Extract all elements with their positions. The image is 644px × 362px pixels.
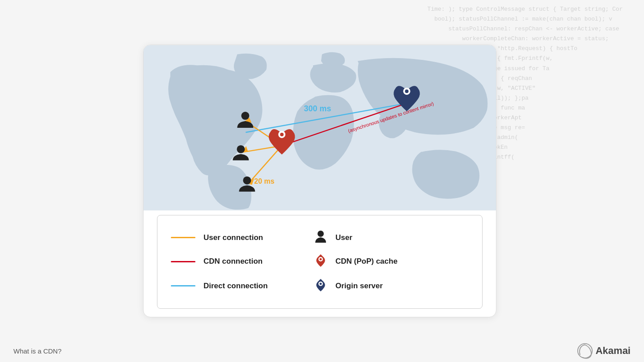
latency-cdn-label: 20 ms	[254, 177, 274, 185]
svg-point-13	[243, 177, 251, 185]
akamai-logo-icon	[577, 343, 593, 359]
akamai-logo-text: Akamai	[596, 345, 631, 357]
cdn-cache-legend-icon	[314, 253, 327, 269]
map-area: 300 ms 20 ms (asynchronous updates to co…	[144, 45, 496, 210]
legend-row-3: Direct connection Origin server	[171, 278, 469, 294]
bottom-bar: What is a CDN? Akamai	[0, 340, 644, 362]
legend-row-1: User connection User	[171, 230, 469, 245]
svg-point-15	[280, 133, 284, 136]
page-title: What is a CDN?	[13, 347, 62, 355]
direct-connection-line	[171, 285, 195, 286]
legend-box: User connection User CDN connection	[157, 215, 483, 309]
latency-direct-label: 300 ms	[304, 104, 331, 113]
cdn-connection-line	[171, 261, 195, 262]
svg-point-20	[320, 258, 322, 261]
cdn-cache-legend-label: CDN (PoP) cache	[335, 257, 398, 266]
origin-server-legend-label: Origin server	[335, 282, 383, 290]
svg-point-18	[318, 231, 324, 237]
main-diagram-card: 300 ms 20 ms (asynchronous updates to co…	[143, 45, 496, 317]
user-connection-line	[171, 237, 195, 238]
user-legend-label: User	[335, 233, 352, 242]
svg-point-12	[237, 145, 245, 153]
svg-point-17	[405, 89, 409, 93]
svg-point-22	[320, 282, 322, 285]
legend-row-2: CDN connection CDN (PoP) cache	[171, 253, 469, 269]
user-legend-icon	[314, 230, 327, 245]
svg-point-11	[241, 112, 249, 120]
user-connection-label: User connection	[203, 233, 263, 242]
direct-connection-label: Direct connection	[203, 282, 268, 290]
cdn-connection-label: CDN connection	[203, 257, 263, 266]
akamai-logo: Akamai	[577, 343, 631, 359]
origin-server-legend-icon	[314, 278, 327, 294]
